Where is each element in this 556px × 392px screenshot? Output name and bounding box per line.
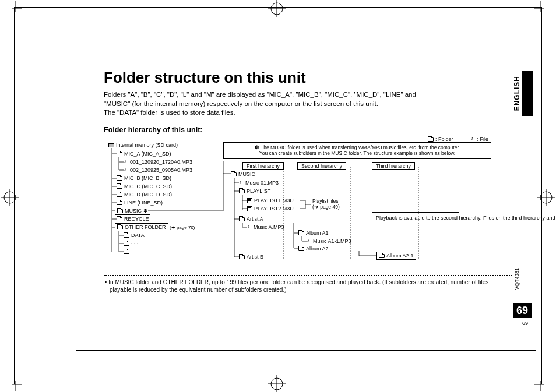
intro-line1: Folders "A", "B", "C", "D", "L" and "M" … bbox=[104, 91, 416, 98]
folder-icon bbox=[298, 231, 304, 235]
crop-mark-tc bbox=[268, 0, 286, 17]
playlist-ref: Playlist files (➜ page 49) bbox=[312, 198, 340, 210]
file-icon bbox=[247, 225, 252, 230]
crop-mark-ml bbox=[1, 189, 19, 206]
label-first-hierarchy: First hierarchy bbox=[242, 162, 284, 171]
folder-hierarchy-diagram: : Folder : File bbox=[104, 137, 512, 271]
page-content: Folder structure on this unit Folders "A… bbox=[104, 69, 529, 294]
playlist-icon bbox=[247, 198, 252, 203]
page-number-small: 69 bbox=[522, 320, 528, 326]
crop-mark-tr bbox=[534, 1, 548, 15]
rnode-album-a1: Album A1 bbox=[298, 230, 329, 236]
folder-icon bbox=[239, 189, 245, 193]
rnode-playlist: PLAYLIST bbox=[239, 188, 270, 195]
intro-text: Folders "A", "B", "C", "D", "L" and "M" … bbox=[104, 90, 500, 118]
page-title: Folder structure on this unit bbox=[104, 69, 529, 87]
folder-icon bbox=[239, 255, 245, 259]
section-subhead: Folder hierarchy of this unit: bbox=[104, 126, 529, 134]
rnode-music01: Music 01.MP3 bbox=[239, 180, 279, 186]
playback-note: Playback is available to the second hier… bbox=[372, 212, 459, 225]
rnode-artist-a: Artist A bbox=[239, 216, 263, 223]
rnode-pl2: PLAYLIST2.M3U bbox=[247, 206, 294, 212]
crop-mark-tl bbox=[8, 1, 22, 15]
folder-icon bbox=[231, 172, 237, 176]
folder-icon bbox=[379, 254, 385, 258]
crop-mark-mr bbox=[537, 189, 555, 206]
label-third-hierarchy: Third hierarchy bbox=[372, 162, 415, 171]
rnode-album-a2: Album A2 bbox=[298, 246, 329, 252]
rnode-music: MUSIC bbox=[231, 171, 255, 178]
intro-line2: "MUSIC" (for the internal memory) respec… bbox=[104, 100, 378, 107]
crop-mark-bc bbox=[268, 375, 286, 392]
crop-mark-bl bbox=[8, 377, 22, 391]
playlist-icon bbox=[247, 206, 252, 211]
label-second-hierarchy: Second hierarchy bbox=[297, 162, 346, 171]
rnode-album-a21: Album A2-1 bbox=[376, 252, 416, 260]
rnode-music-a: Music A.MP3 bbox=[247, 224, 284, 231]
folder-icon bbox=[298, 247, 304, 251]
file-icon bbox=[239, 181, 244, 186]
intro-line3: The "DATA" folder is used to store data … bbox=[104, 109, 235, 116]
file-icon bbox=[307, 239, 311, 244]
footnote: • In MUSIC folder and OTHER FOLDER, up t… bbox=[104, 278, 500, 294]
rnode-pl1: PLAYLIST1.M3U bbox=[247, 197, 294, 204]
crop-mark-br bbox=[534, 377, 548, 391]
rnode-music-a1: Music A1-1.MP3 bbox=[307, 238, 351, 245]
rnode-artist-b: Artist B bbox=[239, 254, 263, 260]
page-number-box: 69 bbox=[513, 303, 532, 318]
folder-icon bbox=[239, 217, 245, 221]
dotted-separator bbox=[104, 275, 512, 276]
